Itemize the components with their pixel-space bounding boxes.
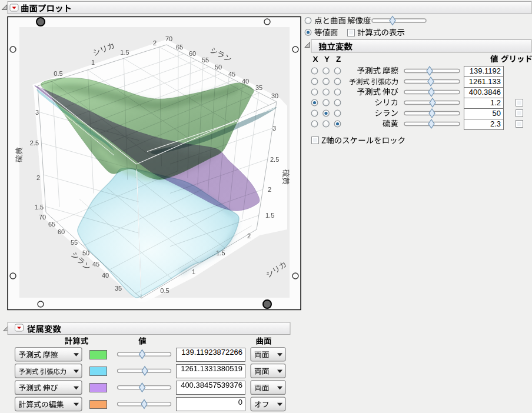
svg-text:70: 70 — [165, 35, 172, 42]
svg-text:40: 40 — [242, 78, 249, 85]
svg-text:1.5: 1.5 — [216, 249, 225, 257]
svg-text:2: 2 — [36, 174, 40, 181]
svg-text:40: 40 — [102, 272, 109, 279]
svg-text:0.5: 0.5 — [160, 287, 169, 294]
svg-text:Y: Y — [324, 55, 330, 64]
svg-text:0: 0 — [238, 398, 242, 407]
svg-text:0.5: 0.5 — [54, 70, 62, 77]
svg-text:2.3: 2.3 — [490, 119, 501, 128]
svg-text:2: 2 — [247, 232, 251, 239]
svg-text:400.3846: 400.3846 — [469, 88, 501, 96]
svg-text:1261.1331380519: 1261.1331380519 — [181, 364, 242, 373]
svg-text:2: 2 — [153, 39, 157, 46]
svg-text:Z: Z — [336, 55, 341, 64]
svg-text:50: 50 — [82, 249, 89, 257]
svg-text:30: 30 — [271, 92, 278, 99]
svg-text:65: 65 — [48, 221, 55, 228]
svg-text:60: 60 — [189, 50, 196, 57]
svg-text:2: 2 — [268, 186, 271, 193]
svg-text:50: 50 — [493, 109, 501, 118]
svg-text:139.11923872266: 139.11923872266 — [181, 348, 242, 357]
svg-text:35: 35 — [255, 84, 262, 91]
svg-text:2.5: 2.5 — [30, 139, 39, 146]
svg-text:1261.133: 1261.133 — [469, 77, 501, 86]
svg-text:1.5: 1.5 — [120, 49, 129, 56]
svg-text:1.5: 1.5 — [265, 212, 274, 219]
svg-text:1.5: 1.5 — [35, 204, 44, 211]
svg-text:55: 55 — [71, 239, 78, 246]
svg-text:60: 60 — [58, 228, 65, 235]
svg-text:1: 1 — [91, 59, 95, 66]
svg-text:3: 3 — [272, 125, 276, 132]
svg-text:35: 35 — [115, 285, 122, 292]
svg-text:70: 70 — [39, 214, 46, 221]
svg-text:2.5: 2.5 — [270, 156, 279, 163]
svg-text:X: X — [313, 55, 318, 64]
svg-text:1.2: 1.2 — [490, 98, 501, 107]
svg-text:45: 45 — [228, 71, 235, 78]
svg-text:1: 1 — [192, 268, 195, 275]
svg-text:400.38457539376: 400.38457539376 — [181, 381, 242, 389]
svg-text:3: 3 — [35, 109, 39, 116]
svg-text:45: 45 — [92, 261, 99, 268]
svg-text:50: 50 — [215, 64, 222, 71]
svg-text:65: 65 — [176, 44, 183, 51]
svg-text:139.1192: 139.1192 — [470, 66, 501, 75]
svg-text:55: 55 — [202, 56, 209, 64]
